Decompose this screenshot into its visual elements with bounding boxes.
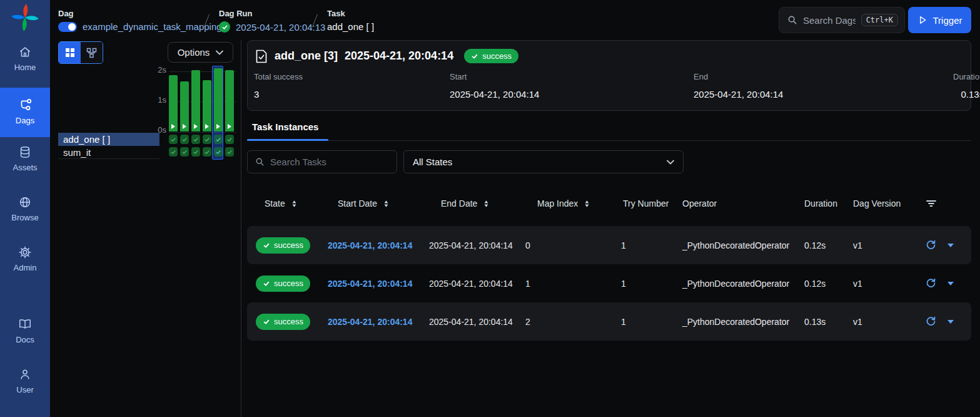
task-summary-card: add_one [3] 2025-04-21, 20:04:14 success… <box>247 40 971 111</box>
check-icon <box>263 242 270 249</box>
search-tasks-input[interactable] <box>270 157 389 167</box>
airflow-logo[interactable] <box>11 3 39 32</box>
task-instance-chip-success[interactable] <box>169 147 178 157</box>
sort-icon <box>482 199 491 209</box>
sidebar-item-admin[interactable]: Admin <box>0 245 50 272</box>
end-date-cell: 2025-04-21, 20:04:14 <box>429 240 525 250</box>
instance-chip-row <box>169 147 236 157</box>
grid-view-button[interactable] <box>59 42 81 63</box>
start-date-link[interactable]: 2025-04-21, 20:04:14 <box>328 317 429 327</box>
state-filter-select[interactable]: All States <box>403 150 684 173</box>
duration-cell: 0.13s <box>804 317 853 327</box>
start-date-link[interactable]: 2025-04-21, 20:04:14 <box>328 279 429 289</box>
row-menu-caret[interactable] <box>947 244 954 247</box>
task-list-item-sum-it[interactable]: sum_it <box>58 146 159 159</box>
y-axis-tick: 2s <box>145 65 166 75</box>
home-icon <box>18 45 32 59</box>
task-instance-chip-success[interactable] <box>214 135 223 144</box>
book-icon <box>18 317 32 331</box>
status-badge: success <box>256 275 310 292</box>
breadcrumb-dag-run: Dag Run 2025-04-21, 20:04:13 <box>219 9 325 33</box>
graph-view-button[interactable] <box>81 42 103 63</box>
column-header-try-number: Try Number <box>621 198 682 209</box>
sidebar-item-user[interactable]: User <box>0 368 50 394</box>
task-summary-title: add_one [3] <box>275 49 338 63</box>
sidebar-item-label: Dags <box>16 116 34 125</box>
start-date-link[interactable]: 2025-04-21, 20:04:14 <box>328 240 429 250</box>
stat-duration: Duration 0.13s <box>953 72 980 100</box>
stat-end: End 2025-04-21, 20:04:14 <box>694 72 953 100</box>
search-tasks-box[interactable] <box>247 150 397 173</box>
run-duration-bar-success[interactable] <box>169 75 178 131</box>
run-duration-bar-success[interactable] <box>214 68 223 131</box>
dags-icon <box>18 98 32 112</box>
task-list-item-add-one[interactable]: add_one [ ] <box>58 133 159 146</box>
run-duration-bar-success[interactable] <box>180 81 189 131</box>
clear-task-icon[interactable] <box>926 278 936 289</box>
map-index-cell: 2 <box>525 317 621 327</box>
sidebar-item-browse[interactable]: Browse <box>0 195 50 222</box>
tab-label: Task Instances <box>252 121 318 132</box>
task-instance-chip-success[interactable] <box>191 135 200 144</box>
sidebar-item-assets[interactable]: Assets <box>0 145 50 172</box>
run-duration-bar-success[interactable] <box>191 70 200 131</box>
status-badge: success <box>256 237 310 254</box>
sidebar-item-label: Admin <box>14 263 37 272</box>
clear-task-icon[interactable] <box>926 316 936 327</box>
column-header-actions <box>926 198 971 209</box>
end-date-cell: 2025-04-21, 20:04:14 <box>429 279 525 289</box>
breadcrumb-task: Task add_one [ ] <box>327 9 374 32</box>
task-doc-icon <box>255 49 268 63</box>
grid-icon <box>65 48 75 58</box>
view-toggle-group <box>58 41 103 64</box>
task-instance-chip-success[interactable] <box>225 147 234 157</box>
sidebar-item-docs[interactable]: Docs <box>0 317 50 344</box>
search-icon <box>787 15 797 25</box>
filter-icon[interactable] <box>926 198 937 209</box>
task-instance-chip-success[interactable] <box>203 147 211 157</box>
try-number-cell: 1 <box>621 240 682 250</box>
task-instance-chip-success[interactable] <box>169 135 178 144</box>
run-duration-bar-success[interactable] <box>203 80 211 131</box>
column-header-end-date[interactable]: End Date <box>429 198 525 209</box>
table-row: success 2025-04-21, 20:04:14 2025-04-21,… <box>247 226 971 264</box>
sidebar-item-dags[interactable]: Dags <box>0 88 50 137</box>
dag-pause-toggle[interactable] <box>58 22 77 32</box>
gear-icon <box>18 245 32 259</box>
task-instance-chip-success[interactable] <box>180 135 189 144</box>
search-dags-input[interactable] <box>803 15 856 26</box>
map-index-cell: 0 <box>525 240 621 250</box>
table-header-row: State Start Date End Date Map Index Try … <box>247 188 971 219</box>
breadcrumb-dag: Dag example_dynamic_task_mapping <box>58 9 222 32</box>
row-menu-caret[interactable] <box>947 320 954 324</box>
row-menu-caret[interactable] <box>947 282 954 286</box>
main-content: add_one [3] 2025-04-21, 20:04:14 success… <box>247 40 971 417</box>
clear-task-icon[interactable] <box>926 240 936 250</box>
task-instance-chip-success[interactable] <box>214 147 223 157</box>
column-header-map-index[interactable]: Map Index <box>525 198 621 209</box>
tab-task-instances[interactable]: Task Instances <box>247 121 323 133</box>
task-instance-chip-success[interactable] <box>225 135 234 144</box>
task-summary-date: 2025-04-21, 20:04:14 <box>345 49 453 63</box>
search-icon <box>255 157 265 167</box>
task-instance-chip-success[interactable] <box>203 135 211 144</box>
grid-panel: Options 2s 1s 0s add_one [ ] sum_it <box>50 40 241 417</box>
check-icon <box>471 53 478 60</box>
graph-icon <box>86 48 97 58</box>
search-dags-box[interactable]: Ctrl+K <box>779 7 905 33</box>
column-header-state[interactable]: State <box>247 198 328 209</box>
sidebar-item-home[interactable]: Home <box>0 45 50 72</box>
column-header-start-date[interactable]: Start Date <box>328 198 429 209</box>
breadcrumb-dag-value[interactable]: example_dynamic_task_mapping <box>83 21 222 32</box>
run-duration-bar-success[interactable] <box>225 70 234 131</box>
trigger-button[interactable]: Trigger <box>908 7 971 33</box>
status-badge-label: success <box>482 51 512 61</box>
task-instance-chip-success[interactable] <box>180 147 189 157</box>
keyboard-shortcut-badge: Ctrl+K <box>861 14 898 26</box>
active-tab-indicator <box>247 139 328 141</box>
try-number-cell: 1 <box>621 317 682 327</box>
stat-start: Start 2025-04-21, 20:04:14 <box>450 72 694 100</box>
task-instance-chip-success[interactable] <box>191 147 200 157</box>
top-header: Dag example_dynamic_task_mapping Dag Run… <box>50 0 980 40</box>
column-header-dag-version: Dag Version <box>853 198 926 209</box>
